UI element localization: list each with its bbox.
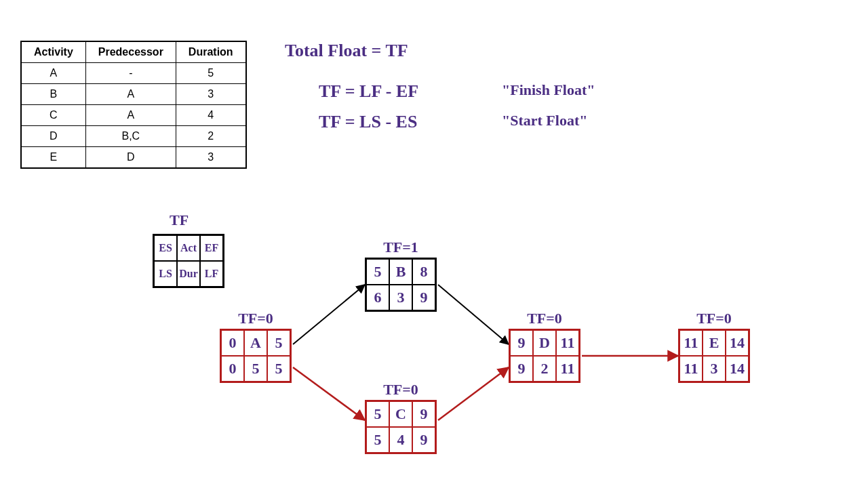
formula-title: Total Float = TF <box>285 41 408 61</box>
th-duration: Duration <box>176 41 245 63</box>
formula-eq2-note: "Start Float" <box>502 112 587 129</box>
node-c: TF=0 5C9 549 <box>365 400 437 454</box>
node-c-tf: TF=0 <box>383 381 418 399</box>
table-row: CA4 <box>21 105 246 126</box>
node-a: TF=0 0A5 055 <box>220 329 292 383</box>
svg-line-3 <box>438 367 509 420</box>
table-row: A-5 <box>21 63 246 84</box>
svg-line-0 <box>293 285 365 344</box>
table-row: DB,C2 <box>21 126 246 147</box>
node-b: TF=1 5B8 639 <box>365 258 437 312</box>
formula-eq2: TF = LS - ES <box>319 112 417 132</box>
formula-eq1: TF = LF - EF <box>319 81 418 102</box>
node-d: TF=0 9D11 9211 <box>509 329 580 383</box>
table-row: BA3 <box>21 84 246 105</box>
svg-line-2 <box>438 285 509 344</box>
node-d-tf: TF=0 <box>527 310 562 327</box>
legend-act: Act <box>177 235 200 261</box>
legend-ef: EF <box>200 235 223 261</box>
node-a-tf: TF=0 <box>238 310 273 327</box>
node-e-tf: TF=0 <box>696 310 732 327</box>
node-b-tf: TF=1 <box>383 239 418 256</box>
th-activity: Activity <box>21 41 85 63</box>
legend-ls: LS <box>154 261 177 287</box>
legend-node: ES Act EF LS Dur LF <box>153 234 224 288</box>
node-e: TF=0 11E14 11314 <box>678 329 750 383</box>
svg-line-1 <box>293 367 365 420</box>
table-row: ED3 <box>21 147 246 169</box>
legend-es: ES <box>154 235 177 261</box>
formula-eq1-note: "Finish Float" <box>502 81 595 99</box>
th-predecessor: Predecessor <box>85 41 176 63</box>
legend-tf: TF <box>170 211 189 229</box>
legend-lf: LF <box>200 261 223 287</box>
activity-table: Activity Predecessor Duration A-5 BA3 CA… <box>20 41 247 169</box>
legend-dur: Dur <box>177 261 200 287</box>
